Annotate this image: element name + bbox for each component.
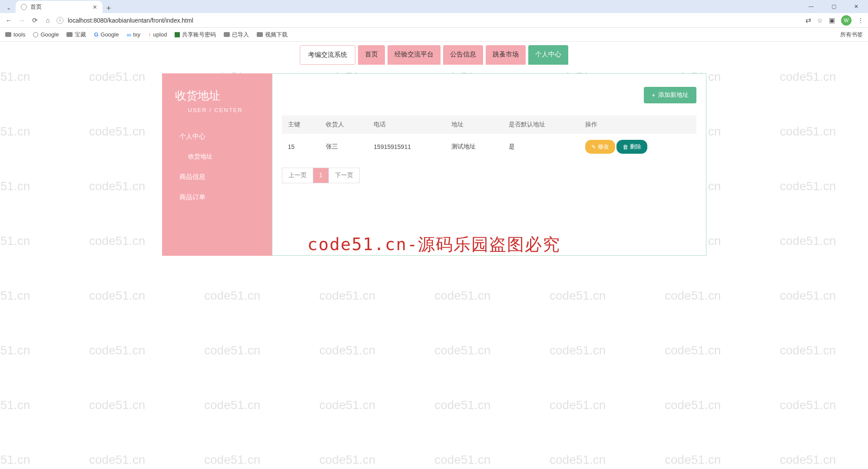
- nav-user-center[interactable]: 个人中心: [528, 45, 568, 65]
- col-recipient: 收货人: [320, 116, 368, 134]
- top-nav: 考编交流系统 首页 经验交流平台 公告信息 跳蚤市场 个人中心: [0, 42, 868, 68]
- address-table: 主键 收货人 电话 地址 是否默认地址 操作 15 张三 15915915911…: [282, 116, 696, 160]
- menu-icon[interactable]: ⋮: [858, 17, 864, 24]
- col-address: 地址: [445, 116, 503, 134]
- window-controls: — ▢ ✕: [803, 1, 865, 12]
- profile-avatar[interactable]: W: [841, 15, 851, 26]
- cell-actions: ✎ 修改 🗑 删除: [579, 134, 696, 160]
- google-icon: G: [94, 31, 98, 38]
- col-id: 主键: [282, 116, 320, 134]
- page-prev[interactable]: 上一页: [282, 168, 313, 183]
- delete-button[interactable]: 🗑 删除: [616, 140, 647, 154]
- content-panel: + 添加新地址 主键 收货人 电话 地址 是否默认地址 操作: [272, 73, 706, 256]
- forward-icon[interactable]: →: [17, 17, 26, 24]
- bookmark-google[interactable]: Google: [33, 31, 59, 38]
- browser-tab[interactable]: 首页 ✕: [16, 1, 103, 13]
- sidebar-item-profile[interactable]: 个人中心: [162, 126, 272, 147]
- bookmark-treasure[interactable]: 宝藏: [66, 31, 86, 39]
- add-address-button[interactable]: + 添加新地址: [644, 87, 696, 103]
- tab-search-dropdown[interactable]: ⌄: [3, 3, 14, 13]
- back-icon[interactable]: ←: [4, 17, 13, 24]
- sidebar-subtitle: USER / CENTER: [162, 103, 272, 126]
- cell-name: 张三: [320, 134, 368, 160]
- nav-brand: 考编交流系统: [300, 45, 355, 65]
- edit-button[interactable]: ✎ 修改: [585, 140, 615, 154]
- table-header-row: 主键 收货人 电话 地址 是否默认地址 操作: [282, 116, 696, 134]
- cell-default: 是: [503, 134, 579, 160]
- bookmarks-bar: tools Google 宝藏 GGoogle ∞txy ↑uplod 共享账号…: [0, 28, 868, 42]
- nav-announce[interactable]: 公告信息: [443, 45, 483, 65]
- bookmark-video[interactable]: 视频下载: [257, 31, 288, 39]
- close-window-icon[interactable]: ✕: [848, 1, 865, 12]
- folder-icon: [224, 32, 230, 37]
- table-row: 15 张三 15915915911 测试地址 是 ✎ 修改 🗑: [282, 134, 696, 160]
- url-text: localhost:8080/kaobianluentan/front/inde…: [68, 17, 193, 24]
- col-phone: 电话: [368, 116, 445, 134]
- minimize-icon[interactable]: —: [803, 1, 819, 12]
- upload-icon: ↑: [148, 31, 151, 38]
- page-1[interactable]: 1: [313, 168, 329, 183]
- folder-icon: [66, 32, 73, 37]
- sidebar-item-goods[interactable]: 商品信息: [162, 167, 272, 187]
- home-icon[interactable]: ⌂: [43, 17, 52, 24]
- col-actions: 操作: [579, 116, 696, 134]
- favicon-icon: [21, 4, 27, 10]
- sidebar: 收货地址 USER / CENTER 个人中心 收货地址 商品信息 商品订单: [162, 73, 272, 256]
- reload-icon[interactable]: ⟳: [30, 17, 39, 24]
- close-tab-icon[interactable]: ✕: [93, 4, 97, 10]
- url-bar: ← → ⟳ ⌂ i localhost:8080/kaobianluentan/…: [0, 13, 868, 28]
- cell-address: 测试地址: [445, 134, 503, 160]
- sidebar-title: 收货地址: [162, 88, 272, 103]
- bookmark-share[interactable]: 共享账号密码: [175, 31, 216, 39]
- page-next[interactable]: 下一页: [329, 168, 359, 183]
- txy-icon: ∞: [126, 31, 131, 38]
- browser-tab-strip: ⌄ 首页 ✕ + — ▢ ✕: [0, 0, 868, 13]
- cell-id: 15: [282, 134, 320, 160]
- anti-theft-watermark: code51.cn-源码乐园盗图必究: [308, 233, 561, 256]
- pagination: 上一页 1 下一页: [282, 168, 360, 183]
- sidebar-item-address[interactable]: 收货地址: [162, 147, 272, 167]
- nav-market[interactable]: 跳蚤市场: [486, 45, 526, 65]
- plus-icon: +: [652, 92, 655, 99]
- folder-icon: [5, 32, 11, 37]
- col-default: 是否默认地址: [503, 116, 579, 134]
- bookmark-imported[interactable]: 已导入: [224, 31, 249, 39]
- bookmark-uplod[interactable]: ↑uplod: [148, 31, 167, 38]
- new-tab-button[interactable]: +: [103, 4, 115, 13]
- sidebar-item-orders[interactable]: 商品订单: [162, 187, 272, 208]
- share-icon: [175, 32, 180, 37]
- maximize-icon[interactable]: ▢: [825, 1, 842, 12]
- nav-home[interactable]: 首页: [358, 45, 385, 65]
- nav-experience[interactable]: 经验交流平台: [388, 45, 441, 65]
- bookmark-tools[interactable]: tools: [5, 31, 25, 38]
- translate-icon[interactable]: ⇄: [805, 16, 811, 24]
- tab-title: 首页: [30, 3, 42, 11]
- extensions-icon[interactable]: ▣: [829, 17, 835, 24]
- all-bookmarks[interactable]: 所有书签: [838, 31, 863, 39]
- pencil-icon: ✎: [591, 144, 596, 150]
- site-info-icon[interactable]: i: [56, 17, 63, 24]
- url-input[interactable]: i localhost:8080/kaobianluentan/front/in…: [56, 17, 801, 24]
- folder-icon: [257, 32, 263, 37]
- cell-phone: 15915915911: [368, 134, 445, 160]
- bookmark-google2[interactable]: GGoogle: [94, 31, 119, 38]
- trash-icon: 🗑: [623, 144, 628, 150]
- bookmark-txy[interactable]: ∞txy: [126, 31, 140, 38]
- globe-icon: [33, 32, 38, 37]
- bookmark-star-icon[interactable]: ☆: [817, 17, 823, 24]
